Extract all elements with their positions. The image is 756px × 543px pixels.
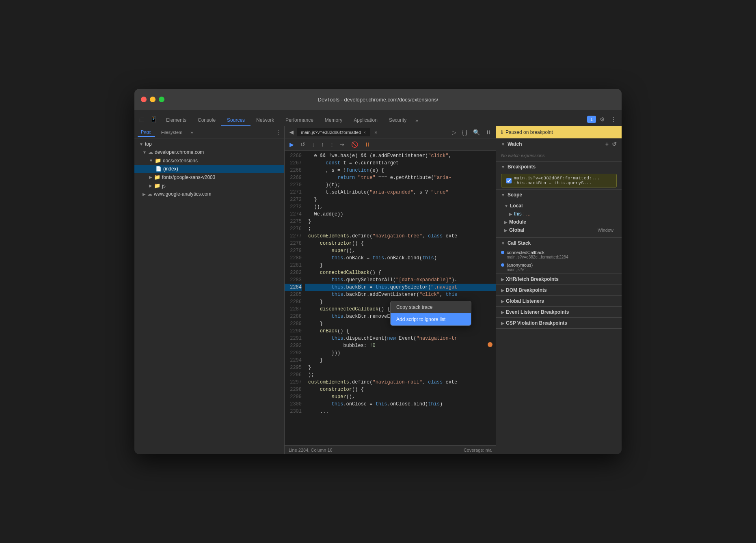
code-line: onBack() { — [305, 328, 496, 335]
maximize-button[interactable] — [159, 97, 164, 102]
tab-sources[interactable]: Sources — [221, 115, 251, 126]
tab-performance[interactable]: Performance — [280, 115, 319, 126]
tree-item-fonts[interactable]: ▶ 📁 fonts/google-sans-v2003 — [134, 173, 284, 181]
editor-prev-btn[interactable]: ◀ — [288, 129, 295, 135]
call-fn: connectedCallback — [501, 250, 617, 255]
breakpoint-notice-text: Paused on breakpoint — [505, 129, 553, 135]
call-stack-item-anonymous[interactable]: (anonymous) main.js?v=... — [496, 261, 622, 274]
code-line: } — [305, 196, 496, 203]
pause-btn[interactable]: ⏸ — [363, 140, 372, 149]
tab-network[interactable]: Network — [251, 115, 280, 126]
device-icon[interactable]: 📱 — [149, 115, 159, 123]
window-title: DevTools - developer.chrome.com/docs/ext… — [318, 97, 438, 103]
scope-header[interactable]: ▼ Scope — [496, 190, 622, 200]
file-tab-close[interactable]: × — [363, 130, 366, 135]
scope-global[interactable]: ▶ Global Window — [501, 226, 617, 234]
tree-item-docs-extensions[interactable]: ▼ 📁 docs/extensions — [134, 156, 284, 165]
search-icon[interactable]: 🔍 — [472, 129, 481, 136]
breakpoints-section: ▼ Breakpoints main.js?v=e382d86f:formatt… — [496, 162, 622, 190]
module-arrow: ▶ — [504, 220, 508, 224]
csp-arrow: ▶ — [501, 321, 504, 325]
cursor-icon[interactable]: ⬚ — [138, 115, 146, 123]
global-listeners-section: ▶ Global Listeners — [496, 296, 622, 307]
tree-item-domain-analytics[interactable]: ▶ ☁ www.google-analytics.com — [134, 190, 284, 198]
breakpoint-file: main.js?v=e382d86f:formatted:... — [514, 176, 600, 181]
step-over-btn[interactable]: ↺ — [299, 140, 307, 149]
dont-pause-btn[interactable]: 🚫 — [350, 140, 360, 149]
tab-memory[interactable]: Memory — [319, 115, 348, 126]
tree-item-label: js — [162, 183, 166, 189]
center-panel: ◀ main.js?v=e382d86f:formatted × » ▷ { }… — [285, 126, 496, 454]
context-menu-add-to-ignore[interactable]: Add script to ignore list — [391, 313, 471, 325]
step-into-btn[interactable]: ↓ — [310, 140, 316, 149]
tab-filesystem[interactable]: Filesystem — [158, 128, 186, 136]
breakpoint-checkbox[interactable] — [506, 178, 512, 183]
tree-item-label: www.google-analytics.com — [154, 191, 211, 197]
code-area: 2260 2267 2268 2269 2270 2271 2272 2273 … — [285, 151, 496, 445]
code-content: e && !we.has(e) && (e.addEventListener("… — [305, 151, 496, 445]
tree-item-index[interactable]: 📄 (index) — [134, 165, 284, 173]
breakpoint-text: main.js?v=e382d86f:formatted:... this.ba… — [514, 176, 600, 185]
folder-icon: 📁 — [155, 157, 161, 164]
scope-local-label: Local — [510, 203, 523, 209]
watch-refresh-btn[interactable]: ↺ — [612, 141, 617, 147]
watch-header[interactable]: ▼ Watch + ↺ — [496, 138, 622, 150]
code-line: })) — [305, 349, 496, 357]
call-fn-bullet — [501, 251, 504, 254]
global-listeners-header[interactable]: ▶ Global Listeners — [496, 296, 622, 306]
code-line: this.onClose = this.onClose.bind(this) — [305, 401, 496, 408]
this-arrow: ▶ — [509, 212, 512, 216]
tab-security[interactable]: Security — [383, 115, 412, 126]
tab-left-icons: ⬚ 📱 — [138, 115, 159, 126]
pretty-print-icon[interactable]: { } — [461, 129, 469, 136]
call-stack-item-connected[interactable]: connectedCallback main.js?v=e382d...form… — [496, 248, 622, 261]
breakpoints-header[interactable]: ▼ Breakpoints — [496, 162, 622, 172]
step-out-btn[interactable]: ↑ — [320, 140, 326, 149]
xhr-header[interactable]: ▶ XHR/fetch Breakpoints — [496, 274, 622, 284]
sources-more[interactable]: » — [190, 130, 193, 135]
close-button[interactable] — [141, 97, 147, 102]
scope-module[interactable]: ▶ Module — [501, 218, 617, 226]
tree-item-domain-chrome[interactable]: ▼ ☁ developer.chrome.com — [134, 148, 284, 156]
code-line: } — [305, 262, 496, 269]
context-menu-copy-stack[interactable]: Copy stack trace — [391, 301, 471, 313]
settings-icon[interactable]: ⚙ — [598, 115, 607, 123]
play-icon[interactable]: ▷ — [451, 129, 458, 136]
folder-icon: 📁 — [154, 183, 160, 189]
tab-page[interactable]: Page — [138, 128, 155, 137]
code-line: ); — [305, 371, 496, 379]
csp-label: CSP Violation Breakpoints — [506, 320, 567, 326]
editor-toolbar: ◀ main.js?v=e382d86f:formatted × » ▷ { }… — [285, 126, 496, 138]
call-stack-header[interactable]: ▼ Call Stack — [496, 238, 622, 248]
csp-header[interactable]: ▶ CSP Violation Breakpoints — [496, 318, 622, 328]
sources-menu[interactable]: ⋮ — [275, 129, 281, 136]
scope-this[interactable]: ▶ this : … — [501, 210, 617, 218]
event-listener-header[interactable]: ▶ Event Listener Breakpoints — [496, 307, 622, 317]
code-line: this.backBtn.addEventListener("click", t… — [305, 291, 496, 298]
editor-file-tab[interactable]: main.js?v=e382d86f:formatted × — [297, 128, 370, 136]
tabs-more-icon[interactable]: » — [412, 115, 421, 126]
call-stack-section: ▼ Call Stack connectedCallback main.js?v… — [496, 238, 622, 274]
deactivate-breakpoints-btn[interactable]: ⇥ — [338, 140, 346, 149]
dom-header[interactable]: ▶ DOM Breakpoints — [496, 285, 622, 295]
code-line: e && !we.has(e) && (e.addEventListener("… — [305, 152, 496, 159]
tab-elements[interactable]: Elements — [160, 115, 192, 126]
tab-application[interactable]: Application — [348, 115, 383, 126]
tab-console[interactable]: Console — [192, 115, 221, 126]
notification-badge[interactable]: 1 — [587, 116, 596, 123]
more-icon[interactable]: ⋮ — [609, 115, 618, 123]
scope-global-label: Global — [509, 227, 524, 233]
minimize-button[interactable] — [150, 97, 156, 102]
editor-more-tabs[interactable]: » — [372, 129, 380, 135]
call-stack-arrow: ▼ — [501, 241, 505, 246]
pause-icon[interactable]: ⏸ — [484, 129, 492, 136]
watch-add-btn[interactable]: + — [605, 141, 609, 147]
resume-btn[interactable]: ▶ — [288, 140, 296, 149]
tree-item-top[interactable]: ▼ top — [134, 140, 284, 148]
scope-local[interactable]: ▼ Local — [501, 202, 617, 210]
tree-item-label: top — [145, 141, 152, 147]
code-line: }(t); — [305, 181, 496, 189]
tree-item-js[interactable]: ▶ 📁 js — [134, 181, 284, 190]
step-btn[interactable]: ↕ — [329, 140, 335, 149]
code-line: )), — [305, 203, 496, 211]
